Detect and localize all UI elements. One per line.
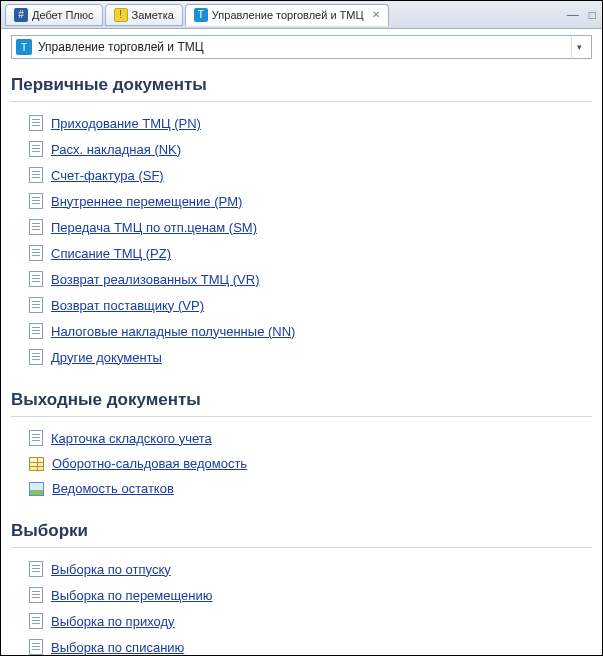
nav-link[interactable]: Выборка по списанию: [51, 640, 184, 655]
document-icon: [29, 193, 43, 209]
maximize-icon[interactable]: □: [587, 8, 598, 22]
document-icon: [29, 219, 43, 235]
nav-link[interactable]: Налоговые накладные полученные (NN): [51, 324, 295, 339]
nav-link[interactable]: Выборка по приходу: [51, 614, 175, 629]
trade-icon: T: [16, 39, 32, 55]
nav-link[interactable]: Расх. накладная (NK): [51, 142, 181, 157]
content-area: Первичные документыПриходование ТМЦ (PN)…: [1, 67, 602, 655]
tab-label: Управление торговлей и ТМЦ: [212, 9, 364, 21]
list-item: Счет-фактура (SF): [29, 162, 592, 188]
list-item: Внутреннее перемещение (PM): [29, 188, 592, 214]
nav-link[interactable]: Оборотно-сальдовая ведомость: [52, 456, 247, 471]
list-item: Ведомость остатков: [29, 476, 592, 501]
nav-link[interactable]: Списание ТМЦ (PZ): [51, 246, 171, 261]
section-title: Первичные документы: [11, 67, 592, 102]
module-selector-dropdown[interactable]: T Управление торговлей и ТМЦ ▾: [11, 35, 592, 59]
nav-link[interactable]: Приходование ТМЦ (PN): [51, 116, 201, 131]
link-list: Карточка складского учетаОборотно-сальдо…: [29, 425, 592, 501]
document-icon: [29, 141, 43, 157]
minimize-icon[interactable]: ―: [565, 8, 581, 22]
document-icon: [29, 323, 43, 339]
list-item: Списание ТМЦ (PZ): [29, 240, 592, 266]
section-title: Выходные документы: [11, 382, 592, 417]
nav-link[interactable]: Передача ТМЦ по отп.ценам (SM): [51, 220, 257, 235]
document-icon: [29, 349, 43, 365]
list-item: Оборотно-сальдовая ведомость: [29, 451, 592, 476]
nav-link[interactable]: Выборка по отпуску: [51, 562, 171, 577]
document-icon: [29, 587, 43, 603]
table-icon: [29, 457, 44, 471]
list-item: Выборка по приходу: [29, 608, 592, 634]
tab-bar: # Дебет Плюс ! Заметка T Управление торг…: [1, 1, 602, 29]
app-icon: #: [14, 8, 28, 22]
document-icon: [29, 245, 43, 261]
list-item: Карточка складского учета: [29, 425, 592, 451]
dropdown-label: Управление торговлей и ТМЦ: [38, 40, 565, 54]
list-item: Расх. накладная (NK): [29, 136, 592, 162]
tab-label: Заметка: [132, 9, 174, 21]
document-icon: [29, 613, 43, 629]
note-icon: !: [114, 8, 128, 22]
list-item: Возврат реализованных ТМЦ (VR): [29, 266, 592, 292]
nav-link[interactable]: Возврат реализованных ТМЦ (VR): [51, 272, 259, 287]
close-icon[interactable]: ✕: [372, 9, 380, 20]
document-icon: [29, 430, 43, 446]
list-item: Выборка по списанию: [29, 634, 592, 655]
nav-link[interactable]: Выборка по перемещению: [51, 588, 212, 603]
nav-link[interactable]: Возврат поставщику (VP): [51, 298, 204, 313]
list-item: Выборка по перемещению: [29, 582, 592, 608]
link-list: Приходование ТМЦ (PN)Расх. накладная (NK…: [29, 110, 592, 370]
list-item: Передача ТМЦ по отп.ценам (SM): [29, 214, 592, 240]
nav-link[interactable]: Другие документы: [51, 350, 162, 365]
tab-label: Дебет Плюс: [32, 9, 94, 21]
tab-debit-plus[interactable]: # Дебет Плюс: [5, 4, 103, 26]
nav-link[interactable]: Карточка складского учета: [51, 431, 212, 446]
list-item: Налоговые накладные полученные (NN): [29, 318, 592, 344]
toolbar: T Управление торговлей и ТМЦ ▾: [1, 29, 602, 67]
document-icon: [29, 115, 43, 131]
link-list: Выборка по отпускуВыборка по перемещению…: [29, 556, 592, 655]
list-item: Возврат поставщику (VP): [29, 292, 592, 318]
trade-icon: T: [194, 8, 208, 22]
list-item: Другие документы: [29, 344, 592, 370]
list-item: Выборка по отпуску: [29, 556, 592, 582]
list-item: Приходование ТМЦ (PN): [29, 110, 592, 136]
document-icon: [29, 297, 43, 313]
window-controls: ― □: [565, 8, 598, 22]
report-icon: [29, 482, 44, 496]
nav-link[interactable]: Внутреннее перемещение (PM): [51, 194, 242, 209]
document-icon: [29, 271, 43, 287]
document-icon: [29, 167, 43, 183]
document-icon: [29, 639, 43, 655]
chevron-down-icon[interactable]: ▾: [571, 37, 587, 57]
document-icon: [29, 561, 43, 577]
tab-note[interactable]: ! Заметка: [105, 4, 183, 26]
nav-link[interactable]: Счет-фактура (SF): [51, 168, 164, 183]
nav-link[interactable]: Ведомость остатков: [52, 481, 174, 496]
tab-trade-management[interactable]: T Управление торговлей и ТМЦ ✕: [185, 4, 389, 26]
section-title: Выборки: [11, 513, 592, 548]
